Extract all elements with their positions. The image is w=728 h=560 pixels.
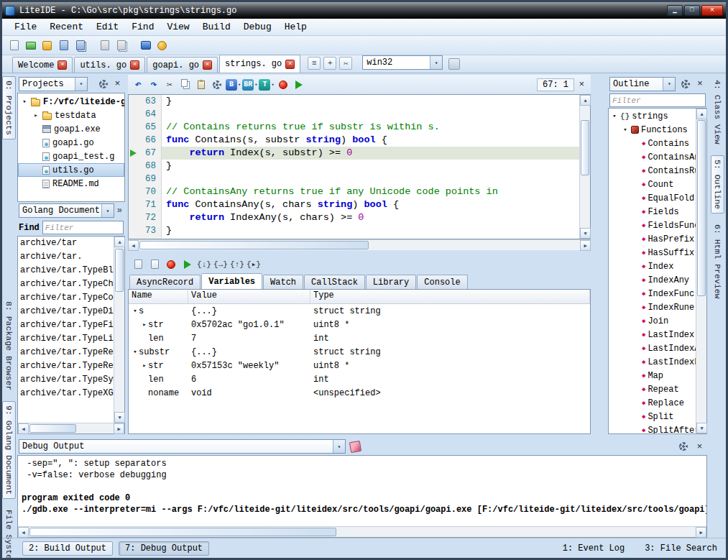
horizontal-splitter[interactable] — [128, 250, 591, 255]
variable-row-len[interactable]: len7int — [129, 331, 590, 345]
code-area[interactable]: 63}6465// Contains returns true if subst… — [129, 95, 579, 239]
close-panel-icon[interactable]: × — [694, 78, 706, 90]
menu-item-view[interactable]: View — [160, 20, 195, 34]
project-item-utils-go[interactable]: utils.go — [18, 163, 124, 177]
outline-item-index[interactable]: ◆Index — [609, 260, 696, 273]
scroll-thumb[interactable] — [115, 249, 124, 292]
vertical-scrollbar[interactable]: ▲ ▼ — [114, 237, 124, 423]
outline-item-count[interactable]: ◆Count — [609, 178, 696, 191]
expander-icon[interactable]: ▾ — [21, 98, 28, 106]
overflow-chevron-icon[interactable]: » — [116, 206, 124, 216]
code-line-68[interactable]: 68} — [129, 160, 579, 173]
horizontal-scrollbar[interactable]: ◀ ▶ — [128, 239, 591, 250]
side-tab-9-golang-document[interactable]: 9: Golang Document — [2, 401, 16, 499]
side-tab-8-package-browser[interactable]: 8: Package Browser — [3, 298, 15, 394]
doc-item-archive-tar-typedir[interactable]: archive/tar.TypeDir — [18, 305, 114, 318]
code-line-70[interactable]: 70// ContainsAny returns true if any Uni… — [129, 185, 579, 198]
close-panel-icon[interactable]: × — [111, 78, 124, 90]
scroll-left-icon[interactable]: ◀ — [18, 423, 29, 434]
vertical-scrollbar[interactable]: ▲ ▼ — [696, 109, 706, 433]
tab-close-icon[interactable]: × — [130, 60, 139, 70]
scroll-right-icon[interactable]: ▶ — [696, 527, 706, 538]
outline-item-lastindexfu[interactable]: ◆LastIndexFu — [609, 355, 696, 369]
output-selector-combo[interactable]: Debug Output ▾ — [19, 439, 346, 454]
column-header-name[interactable]: Name — [129, 290, 188, 303]
variable-row-str[interactable]: ▸str0x5702ac "go1.0.1"uint8 * — [129, 318, 590, 331]
cut-icon[interactable]: ✂ — [162, 77, 177, 92]
menu-item-build[interactable]: Build — [196, 20, 237, 34]
project-item-testdata[interactable]: ▸testdata — [18, 109, 124, 122]
doc-item-archive-tar[interactable]: archive/tar. — [18, 250, 114, 264]
outline-item-indexrune[interactable]: ◆IndexRune — [609, 300, 696, 314]
copy-icon[interactable] — [178, 77, 193, 92]
undo-icon[interactable]: ↶ — [131, 77, 145, 92]
project-item-readme-md[interactable]: README.md — [18, 177, 124, 191]
code-line-65[interactable]: 65// Contains returns true if substr is … — [129, 121, 579, 134]
scroll-down-icon[interactable]: ▼ — [114, 412, 125, 423]
code-line-71[interactable]: 71func ContainsAny(s, chars string) bool… — [129, 198, 579, 211]
doc-item-archive-tar-typereg[interactable]: archive/tar.TypeReg — [18, 346, 114, 359]
scrollbar-track[interactable] — [696, 119, 706, 423]
variable-row-s[interactable]: ▾s{...}struct string — [129, 304, 590, 318]
outline-item-strings[interactable]: ▾{}strings — [609, 109, 696, 123]
step-out-icon[interactable]: {↑} — [230, 257, 244, 271]
env-settings-icon[interactable] — [448, 58, 460, 70]
minimize-button[interactable]: ▁ — [667, 5, 683, 16]
export-log-icon[interactable] — [147, 257, 162, 271]
variable-row-noname[interactable]: nonamevoid<unspecified> — [129, 386, 590, 400]
vertical-scrollbar[interactable]: ▲ ▼ — [579, 95, 590, 239]
doc-item-archive-tar-typefifo[interactable]: archive/tar.TypeFifo — [18, 318, 114, 332]
close-all-icon[interactable] — [114, 38, 129, 53]
expander-icon[interactable]: ▾ — [132, 348, 139, 356]
scroll-up-icon[interactable]: ▲ — [696, 109, 707, 119]
scroll-thumb[interactable] — [29, 528, 336, 536]
scroll-up-icon[interactable]: ▲ — [114, 237, 125, 247]
scroll-thumb[interactable] — [697, 120, 706, 296]
outline-item-fieldsfunc[interactable]: ◆FieldsFunc — [609, 219, 696, 232]
expander-icon[interactable]: ▾ — [132, 307, 139, 315]
outline-item-splitafter[interactable]: ◆SplitAfter — [609, 423, 696, 433]
editor-tab-goapi-go[interactable]: goapi. go× — [147, 57, 218, 73]
side-tab-6-html-preview[interactable]: 6: Html Preview — [711, 221, 724, 303]
record-icon[interactable] — [276, 77, 290, 92]
horizontal-scrollbar[interactable]: ◀ ▶ — [18, 526, 706, 537]
status-tab-1-event-log[interactable]: 1: Event Log — [563, 543, 625, 554]
redo-icon[interactable]: ↷ — [147, 77, 161, 92]
doc-item-archive-tar-typecha[interactable]: archive/tar.TypeCha — [18, 277, 114, 291]
code-editor[interactable]: 63}6465// Contains returns true if subst… — [128, 94, 591, 239]
scroll-right-icon[interactable]: ▶ — [114, 423, 124, 434]
status-tab-7-debug-output[interactable]: 7: Debug Output — [119, 541, 209, 556]
close-editor-icon[interactable]: × — [576, 78, 588, 91]
outline-item-fields[interactable]: ◆Fields — [609, 205, 696, 219]
menu-item-find[interactable]: Find — [125, 20, 160, 34]
doc-item-archive-tar-typereg[interactable]: archive/tar.TypeReg — [18, 359, 114, 373]
scroll-thumb[interactable] — [581, 120, 589, 175]
code-line-67[interactable]: 67 return Index(s, substr) >= 0 — [129, 147, 579, 160]
split-editor-icon[interactable]: + — [323, 57, 336, 70]
outline-item-containsany[interactable]: ◆ContainsAny — [609, 150, 696, 164]
scrollbar-track[interactable] — [139, 240, 580, 250]
scrollbar-track[interactable] — [114, 247, 124, 412]
editor-tab-utils-go[interactable]: utils. go× — [74, 57, 145, 73]
outline-item-split[interactable]: ◆Split — [609, 410, 696, 423]
code-line-64[interactable]: 64 — [129, 108, 579, 121]
clear-output-icon[interactable] — [349, 440, 361, 452]
doc-item-archive-tar-typexgl[interactable]: archive/tar.TypeXGl — [18, 387, 114, 400]
panel-menu-gear-icon[interactable] — [677, 441, 689, 453]
projects-combo[interactable]: Projects ▾ — [19, 77, 88, 91]
doc-item-archive-tar-typecon[interactable]: archive/tar.TypeCon — [18, 291, 114, 305]
scroll-left-icon[interactable]: ◀ — [128, 240, 139, 251]
scroll-down-icon[interactable]: ▼ — [580, 228, 591, 239]
close-button[interactable]: × — [701, 5, 723, 16]
menu-item-file[interactable]: File — [8, 20, 43, 34]
maximize-button[interactable]: □ — [684, 5, 700, 16]
close-editor-icon[interactable]: ✂ — [339, 57, 352, 70]
outline-item-functions[interactable]: ▾Functions — [609, 123, 696, 137]
view-source-icon[interactable] — [131, 257, 145, 271]
editor-tab-welcome[interactable]: Welcome× — [12, 57, 73, 73]
target-platform-combo[interactable]: win32▾ — [362, 55, 443, 70]
menu-item-edit[interactable]: Edit — [90, 20, 125, 34]
scrollbar-track[interactable] — [29, 527, 696, 537]
tab-close-icon[interactable]: × — [57, 60, 67, 70]
outline-item-indexfunc[interactable]: ◆IndexFunc — [609, 287, 696, 300]
